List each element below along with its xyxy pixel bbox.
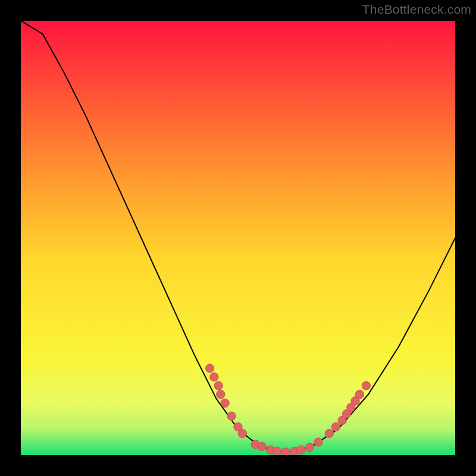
chart-svg <box>21 21 455 455</box>
data-marker <box>314 438 322 446</box>
data-marker <box>227 412 236 420</box>
data-marker <box>355 390 364 399</box>
data-marker <box>281 448 290 455</box>
attribution-text: TheBottleneck.com <box>362 2 471 17</box>
data-marker <box>331 422 340 431</box>
data-marker <box>258 442 266 450</box>
data-marker <box>205 364 214 372</box>
data-marker <box>217 390 225 399</box>
data-marker <box>238 429 246 437</box>
data-marker <box>221 399 229 407</box>
data-marker <box>297 446 305 454</box>
data-marker <box>214 381 223 390</box>
plot-area <box>21 21 455 455</box>
data-marker <box>305 443 314 452</box>
chart-frame: TheBottleneck.com <box>0 0 476 476</box>
data-marker <box>273 447 281 455</box>
gradient-bg <box>21 21 455 455</box>
data-marker <box>210 372 218 381</box>
data-marker <box>362 381 370 390</box>
data-marker <box>325 429 333 437</box>
